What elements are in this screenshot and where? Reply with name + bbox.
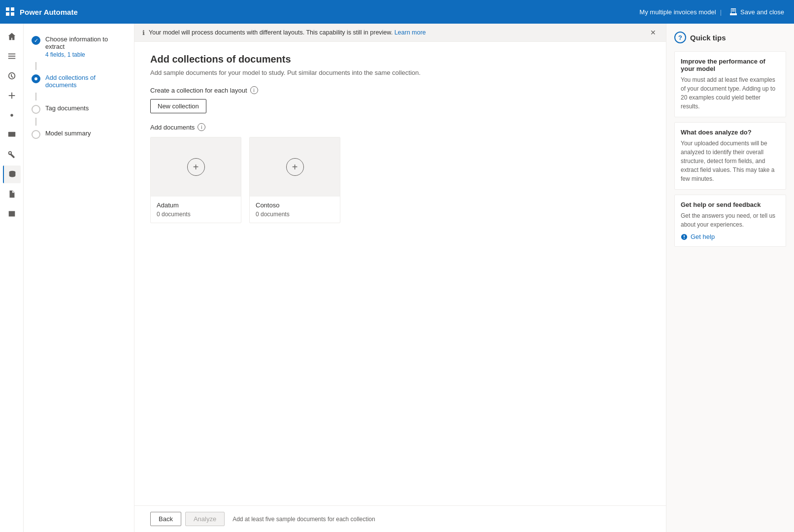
step1-subtitle: 4 fields, 1 table [45, 51, 126, 58]
svg-rect-4 [731, 8, 736, 9]
adatum-plus-icon: + [187, 158, 205, 176]
collections-grid: + Adatum 0 documents + Contoso 0 documen… [150, 137, 650, 223]
svg-rect-7 [730, 13, 737, 15]
analyze-button: Analyze [185, 512, 225, 526]
svg-rect-10 [8, 56, 15, 57]
collection-card-adatum[interactable]: + Adatum 0 documents [150, 137, 241, 223]
step2-title: Add collections of documents [45, 74, 126, 89]
nav-plus-icon[interactable] [3, 87, 21, 104]
model-name: My multiple invoices model [639, 8, 716, 16]
tip3-title: Get help or send feedback [681, 201, 780, 208]
topbar: Power Automate My multiple invoices mode… [0, 0, 794, 24]
content-body: Add collections of documents Add sample … [134, 42, 666, 505]
tip3-text: Get the answers you need, or tell us abo… [681, 211, 780, 229]
footer-hint: Add at least five sample documents for e… [232, 516, 375, 523]
nav-monitor-icon[interactable] [3, 126, 21, 144]
question-icon: ? [674, 32, 686, 43]
new-collection-button[interactable]: New collection [150, 99, 206, 113]
get-help-link[interactable]: Get help [681, 233, 780, 240]
svg-rect-3 [11, 12, 14, 16]
adatum-count: 0 documents [157, 211, 235, 218]
svg-rect-6 [735, 8, 736, 13]
topbar-divider: | [720, 8, 722, 16]
create-collection-info-icon[interactable]: i [250, 86, 258, 94]
adatum-upload-area[interactable]: + [151, 137, 241, 197]
nav-document-icon[interactable] [3, 185, 21, 203]
create-collection-label: Create a collection for each layout i [150, 86, 650, 94]
close-banner-button[interactable]: ✕ [648, 29, 658, 36]
nav-menu-icon[interactable] [3, 47, 21, 65]
adatum-info: Adatum 0 documents [151, 197, 241, 223]
step3-title: Tag documents [45, 104, 126, 112]
contoso-info: Contoso 0 documents [250, 197, 340, 223]
step3-content: Tag documents [45, 104, 126, 112]
save-close-button[interactable]: Save and close [726, 6, 788, 18]
tip2-text: Your uploaded documents will be analyzed… [681, 139, 780, 183]
svg-rect-1 [11, 7, 14, 11]
collection-card-contoso[interactable]: + Contoso 0 documents [249, 137, 340, 223]
step-tag-docs[interactable]: Tag documents [24, 100, 134, 118]
footer: Back Analyze Add at least five sample do… [134, 505, 666, 532]
page-title: Add collections of documents [150, 54, 650, 65]
adatum-name: Adatum [157, 201, 235, 209]
svg-rect-2 [6, 12, 9, 16]
back-button[interactable]: Back [150, 512, 181, 526]
svg-rect-5 [731, 8, 731, 13]
svg-rect-0 [6, 7, 9, 11]
quick-tips-panel: ? Quick tips Improve the performance of … [666, 24, 794, 532]
step4-content: Model summary [45, 130, 126, 137]
step1-title: Choose information to extract [45, 35, 126, 50]
step1-indicator: ✓ [32, 36, 40, 45]
learn-more-link[interactable]: Learn more [395, 29, 426, 36]
quick-tips-title: Quick tips [690, 33, 726, 42]
step2-indicator [32, 74, 40, 83]
svg-rect-8 [732, 9, 735, 12]
main-content: ℹ Your model will process documents with… [134, 24, 666, 532]
add-documents-info-icon[interactable]: i [198, 123, 205, 131]
nav-tools-icon[interactable] [3, 146, 21, 164]
step1-content: Choose information to extract 4 fields, … [45, 35, 126, 58]
tip-card-help: Get help or send feedback Get the answer… [674, 195, 786, 247]
banner-text: Your model will process documents with d… [149, 29, 644, 36]
page-description: Add sample documents for your model to s… [150, 69, 650, 76]
svg-point-14 [10, 114, 13, 116]
step-add-collections[interactable]: Add collections of documents [24, 70, 134, 93]
nav-ai-icon[interactable] [3, 106, 21, 124]
step4-indicator [32, 130, 40, 139]
svg-rect-13 [8, 95, 15, 96]
step3-indicator [32, 105, 40, 114]
banner-info-icon: ℹ [142, 29, 145, 36]
svg-rect-15 [8, 132, 15, 137]
nav-activity-icon[interactable] [3, 67, 21, 85]
app-title: Power Automate [20, 8, 78, 16]
svg-rect-11 [8, 58, 15, 59]
info-banner: ℹ Your model will process documents with… [134, 24, 666, 42]
tip2-title: What does analyze do? [681, 129, 780, 136]
step-model-summary[interactable]: Model summary [24, 126, 134, 143]
contoso-upload-area[interactable]: + [250, 137, 340, 197]
step-choose-info[interactable]: ✓ Choose information to extract 4 fields… [24, 32, 134, 62]
contoso-plus-icon: + [286, 158, 304, 176]
quick-tips-header: ? Quick tips [674, 32, 786, 43]
step2-content: Add collections of documents [45, 74, 126, 89]
steps-sidebar: ✓ Choose information to extract 4 fields… [24, 24, 134, 532]
step4-title: Model summary [45, 130, 126, 137]
tip-card-performance: Improve the performance of your model Yo… [674, 51, 786, 117]
contoso-count: 0 documents [256, 211, 334, 218]
tip1-title: Improve the performance of your model [681, 58, 780, 72]
nav-data-icon[interactable] [3, 166, 21, 183]
contoso-name: Contoso [256, 201, 334, 209]
left-nav [0, 24, 24, 532]
save-close-label: Save and close [740, 8, 784, 16]
nav-home-icon[interactable] [3, 28, 21, 45]
add-documents-label: Add documents i [150, 123, 650, 131]
apps-grid-icon[interactable] [6, 7, 15, 16]
tip1-text: You must add at least five examples of y… [681, 75, 780, 111]
nav-book-icon[interactable] [3, 205, 21, 223]
tip-card-analyze: What does analyze do? Your uploaded docu… [674, 122, 786, 190]
topbar-right: My multiple invoices model | Save and cl… [639, 6, 788, 18]
svg-rect-9 [8, 54, 15, 55]
